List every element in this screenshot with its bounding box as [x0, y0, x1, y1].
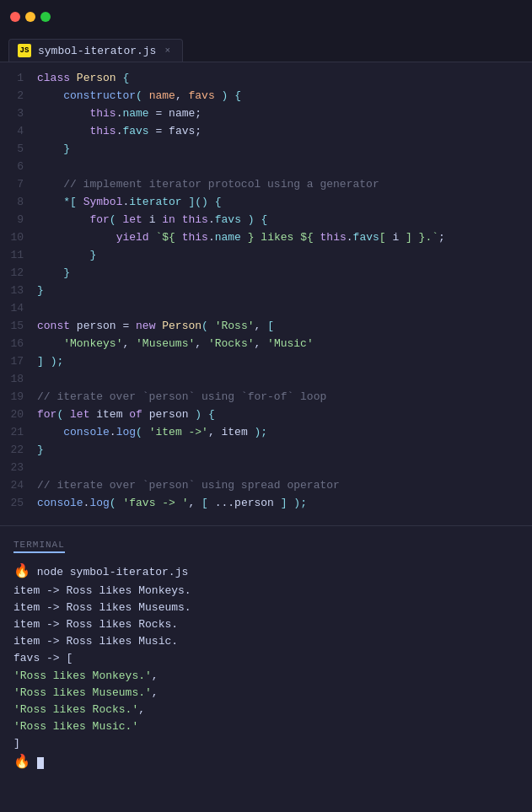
code-line-24: 24 // iterate over `person` using spread…	[0, 476, 532, 494]
line-number: 2	[0, 87, 37, 105]
line-number: 21	[0, 423, 37, 441]
code-line-2: 2 constructor( name, favs ) {	[0, 87, 532, 105]
line-number: 24	[0, 476, 37, 494]
terminal-output-line-9: 'Ross likes Music.'	[13, 718, 519, 735]
terminal-label: TERMINAL	[13, 540, 65, 553]
line-content: const person = new Person( 'Ross', [	[37, 317, 532, 335]
line-content: console.log( 'favs -> ', [ ...person ] )…	[37, 494, 532, 512]
line-content: }	[37, 140, 532, 158]
line-number: 19	[0, 388, 37, 406]
code-line-13: 13 }	[0, 282, 532, 299]
line-number: 20	[0, 406, 37, 423]
line-content: }	[37, 246, 532, 264]
line-content: this.name = name;	[37, 105, 532, 122]
code-line-15: 15 const person = new Person( 'Ross', [	[0, 317, 532, 335]
line-content: console.log( 'item ->', item );	[37, 423, 532, 441]
terminal-command-line: 🔥 node symbol-iterator.js	[13, 562, 519, 583]
minimize-dot[interactable]	[25, 12, 35, 22]
code-line-22: 22 }	[0, 441, 532, 459]
code-line-20: 20 for( let item of person ) {	[0, 406, 532, 423]
code-line-6: 6	[0, 158, 532, 175]
line-content: this.favs = favs;	[37, 122, 532, 140]
code-line-19: 19 // iterate over `person` using `for-o…	[0, 388, 532, 406]
line-number: 12	[0, 264, 37, 282]
tab-filename: symbol-iterator.js	[38, 45, 156, 57]
line-number: 3	[0, 105, 37, 122]
line-number: 17	[0, 352, 37, 370]
terminal-output-line-7: 'Ross likes Museums.',	[13, 685, 519, 702]
title-bar	[0, 0, 532, 34]
terminal-panel: TERMINAL 🔥 node symbol-iterator.js item …	[0, 526, 532, 785]
line-number: 6	[0, 158, 37, 175]
line-number: 18	[0, 370, 37, 388]
line-content: // implement iterator protocol using a g…	[37, 175, 532, 193]
tab-close-button[interactable]: ×	[164, 46, 170, 56]
terminal-content: 🔥 node symbol-iterator.js item -> Ross l…	[13, 562, 519, 773]
terminal-cursor	[37, 757, 44, 769]
line-number: 16	[0, 335, 37, 352]
code-line-10: 10 yield `${ this.name } likes ${ this.f…	[0, 229, 532, 246]
line-content: class Person {	[37, 69, 532, 87]
line-content: yield `${ this.name } likes ${ this.favs…	[37, 229, 532, 246]
tab-bar: JS symbol-iterator.js ×	[0, 34, 532, 62]
code-line-7: 7 // implement iterator protocol using a…	[0, 175, 532, 193]
code-line-16: 16 'Monkeys', 'Museums', 'Rocks', 'Music…	[0, 335, 532, 352]
code-line-17: 17 ] );	[0, 352, 532, 370]
line-content: 'Monkeys', 'Museums', 'Rocks', 'Music'	[37, 335, 532, 352]
code-line-1: 1 class Person {	[0, 69, 532, 87]
line-content: }	[37, 441, 532, 459]
code-line-4: 4 this.favs = favs;	[0, 122, 532, 140]
terminal-command: node symbol-iterator.js	[37, 566, 188, 578]
maximize-dot[interactable]	[40, 12, 51, 22]
line-number: 9	[0, 211, 37, 229]
line-number: 5	[0, 140, 37, 158]
line-content: // iterate over `person` using spread op…	[37, 476, 532, 494]
terminal-output-line-3: item -> Ross likes Rocks.	[13, 616, 519, 633]
line-number: 15	[0, 317, 37, 335]
line-number: 13	[0, 282, 37, 299]
code-line-23: 23	[0, 459, 532, 476]
code-line-25: 25 console.log( 'favs -> ', [ ...person …	[0, 494, 532, 512]
code-line-21: 21 console.log( 'item ->', item );	[0, 423, 532, 441]
line-content: ] );	[37, 352, 532, 370]
line-content: }	[37, 264, 532, 282]
code-line-9: 9 for( let i in this.favs ) {	[0, 211, 532, 229]
line-number: 7	[0, 175, 37, 193]
terminal-output-line-10: ]	[13, 735, 519, 752]
file-tab[interactable]: JS symbol-iterator.js ×	[8, 39, 183, 62]
line-content: for( let i in this.favs ) {	[37, 211, 532, 229]
line-content: constructor( name, favs ) {	[37, 87, 532, 105]
close-dot[interactable]	[10, 12, 20, 22]
code-line-5: 5 }	[0, 140, 532, 158]
line-number: 14	[0, 299, 37, 317]
line-number: 22	[0, 441, 37, 459]
code-line-11: 11 }	[0, 246, 532, 264]
code-line-8: 8 *[ Symbol.iterator ]() {	[0, 193, 532, 211]
fire-icon: 🔥	[13, 564, 30, 579]
line-content: for( let item of person ) {	[37, 406, 532, 423]
terminal-output-line-1: item -> Ross likes Monkeys.	[13, 583, 519, 600]
terminal-output-line-6: 'Ross likes Monkeys.',	[13, 668, 519, 685]
js-icon: JS	[18, 44, 31, 57]
fire-icon-2: 🔥	[13, 755, 30, 770]
line-number: 8	[0, 193, 37, 211]
traffic-lights	[10, 12, 51, 22]
terminal-prompt-line: 🔥	[13, 752, 519, 773]
line-number: 23	[0, 459, 37, 476]
code-line-3: 3 this.name = name;	[0, 105, 532, 122]
terminal-output-line-4: item -> Ross likes Music.	[13, 633, 519, 650]
line-number: 4	[0, 122, 37, 140]
terminal-output-line-8: 'Ross likes Rocks.',	[13, 702, 519, 718]
line-number: 11	[0, 246, 37, 264]
line-content: }	[37, 282, 532, 299]
code-editor: 1 class Person { 2 constructor( name, fa…	[0, 62, 532, 519]
code-line-14: 14	[0, 299, 532, 317]
line-number: 1	[0, 69, 37, 87]
terminal-output-line-5: favs -> [	[13, 650, 519, 667]
line-content: *[ Symbol.iterator ]() {	[37, 193, 532, 211]
line-number: 10	[0, 229, 37, 246]
code-line-18: 18	[0, 370, 532, 388]
line-number: 25	[0, 494, 37, 512]
terminal-output-line-2: item -> Ross likes Museums.	[13, 600, 519, 616]
line-content: // iterate over `person` using `for-of` …	[37, 388, 532, 406]
